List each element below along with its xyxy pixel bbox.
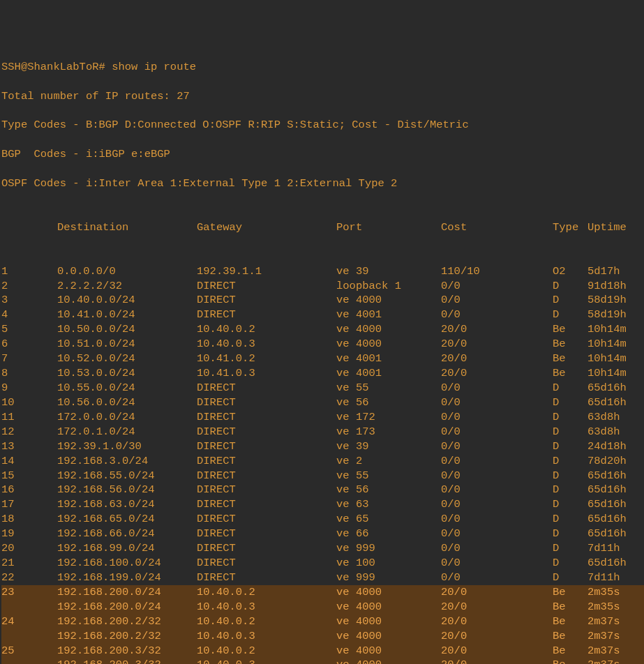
cell-port: ve 63 bbox=[336, 497, 441, 512]
col-gateway: Gateway bbox=[197, 220, 336, 235]
route-total: Total number of IP routes: 27 bbox=[1, 89, 644, 104]
ospf-codes: OSPF Codes - i:Inter Area 1:External Typ… bbox=[1, 176, 644, 191]
cell-index bbox=[1, 629, 57, 644]
cell-cost: 20/0 bbox=[441, 658, 553, 664]
route-row: 24192.168.200.2/3210.40.0.2ve 400020/0Be… bbox=[1, 614, 644, 629]
cell-destination: 0.0.0.0/0 bbox=[57, 264, 197, 279]
cell-gateway: DIRECT bbox=[197, 497, 336, 512]
cell-type: Be bbox=[553, 366, 587, 381]
cell-destination: 192.168.199.0/24 bbox=[57, 571, 197, 585]
cell-cost: 0/0 bbox=[441, 454, 553, 469]
cell-index: 19 bbox=[1, 527, 57, 541]
cell-index: 1 bbox=[1, 264, 57, 279]
cell-uptime: 10h14m bbox=[587, 337, 644, 352]
route-row: 192.168.200.0/2410.40.0.3ve 400020/0Be2m… bbox=[1, 600, 644, 614]
type-codes: Type Codes - B:BGP D:Connected O:OSPF R:… bbox=[1, 118, 644, 133]
cell-uptime: 10h14m bbox=[587, 366, 644, 381]
cell-destination: 2.2.2.2/32 bbox=[57, 279, 197, 294]
cell-type: Be bbox=[553, 322, 587, 337]
cell-type: D bbox=[553, 527, 587, 541]
cell-index: 18 bbox=[1, 512, 57, 527]
cell-index: 24 bbox=[1, 614, 57, 629]
cell-type: D bbox=[553, 308, 587, 322]
route-row: 15192.168.55.0/24DIRECTve 550/0D65d16h bbox=[1, 469, 644, 483]
cell-port: ve 4000 bbox=[336, 322, 441, 337]
cell-uptime: 5d17h bbox=[587, 264, 644, 279]
route-row: 22.2.2.2/32DIRECTloopback 10/0D91d18h bbox=[1, 279, 644, 294]
cell-type: D bbox=[553, 483, 587, 497]
cell-type: Be bbox=[553, 600, 587, 614]
cell-type: D bbox=[553, 279, 587, 294]
cell-port: ve 4000 bbox=[336, 337, 441, 352]
route-row: 1010.56.0.0/24DIRECTve 560/0D65d16h bbox=[1, 395, 644, 410]
route-row: 14192.168.3.0/24DIRECTve 20/0D78d20h bbox=[1, 454, 644, 469]
cell-type: D bbox=[553, 571, 587, 585]
cell-destination: 10.40.0.0/24 bbox=[57, 293, 197, 308]
cell-uptime: 2m37s bbox=[587, 629, 644, 644]
cell-uptime: 2m37s bbox=[587, 658, 644, 664]
cell-cost: 0/0 bbox=[441, 425, 553, 439]
cell-gateway: DIRECT bbox=[197, 308, 336, 322]
cell-type: Be bbox=[553, 644, 587, 658]
cell-gateway: DIRECT bbox=[197, 410, 336, 425]
col-port: Port bbox=[336, 220, 441, 235]
cell-port: loopback 1 bbox=[336, 279, 441, 294]
cell-destination: 10.50.0.0/24 bbox=[57, 322, 197, 337]
cell-gateway: 10.41.0.2 bbox=[197, 352, 336, 366]
cell-port: ve 2 bbox=[336, 454, 441, 469]
cell-port: ve 55 bbox=[336, 381, 441, 395]
cell-gateway: 10.40.0.2 bbox=[197, 322, 336, 337]
cell-uptime: 58d19h bbox=[587, 308, 644, 322]
cell-cost: 20/0 bbox=[441, 352, 553, 366]
cell-destination: 192.168.65.0/24 bbox=[57, 512, 197, 527]
cell-destination: 10.51.0.0/24 bbox=[57, 337, 197, 352]
route-row: 13192.39.1.0/30DIRECTve 390/0D24d18h bbox=[1, 439, 644, 454]
cell-gateway: DIRECT bbox=[197, 425, 336, 439]
cell-cost: 20/0 bbox=[441, 585, 553, 600]
cell-index: 10 bbox=[1, 395, 57, 410]
cell-uptime: 65d16h bbox=[587, 395, 644, 410]
cell-uptime: 2m35s bbox=[587, 600, 644, 614]
cell-destination: 10.56.0.0/24 bbox=[57, 395, 197, 410]
cell-uptime: 65d16h bbox=[587, 469, 644, 483]
route-table-body: 10.0.0.0/0192.39.1.1ve 39110/10O25d17h22… bbox=[1, 264, 644, 664]
cell-destination: 192.168.100.0/24 bbox=[57, 556, 197, 571]
cell-type: D bbox=[553, 381, 587, 395]
route-row: 710.52.0.0/2410.41.0.2ve 400120/0Be10h14… bbox=[1, 352, 644, 366]
cell-uptime: 58d19h bbox=[587, 293, 644, 308]
cell-port: ve 39 bbox=[336, 439, 441, 454]
route-row: 410.41.0.0/24DIRECTve 40010/0D58d19h bbox=[1, 308, 644, 322]
cell-destination: 192.168.200.0/24 bbox=[57, 600, 197, 614]
cell-type: D bbox=[553, 425, 587, 439]
cell-port: ve 4000 bbox=[336, 658, 441, 664]
route-row: 22192.168.199.0/24DIRECTve 9990/0D7d11h bbox=[1, 571, 644, 585]
cell-uptime: 2m37s bbox=[587, 644, 644, 658]
cell-index: 12 bbox=[1, 425, 57, 439]
cell-type: Be bbox=[553, 352, 587, 366]
cell-type: Be bbox=[553, 337, 587, 352]
cell-type: D bbox=[553, 395, 587, 410]
cell-gateway: 10.40.0.3 bbox=[197, 337, 336, 352]
cell-port: ve 999 bbox=[336, 571, 441, 585]
cell-gateway: DIRECT bbox=[197, 469, 336, 483]
cell-port: ve 100 bbox=[336, 556, 441, 571]
route-row: 23192.168.200.0/2410.40.0.2ve 400020/0Be… bbox=[1, 585, 644, 600]
cell-type: D bbox=[553, 556, 587, 571]
cell-cost: 0/0 bbox=[441, 308, 553, 322]
cell-port: ve 56 bbox=[336, 483, 441, 497]
route-row: 510.50.0.0/2410.40.0.2ve 400020/0Be10h14… bbox=[1, 322, 644, 337]
cell-cost: 20/0 bbox=[441, 614, 553, 629]
cell-uptime: 10h14m bbox=[587, 352, 644, 366]
cell-gateway: 10.40.0.2 bbox=[197, 614, 336, 629]
cell-cost: 0/0 bbox=[441, 541, 553, 556]
cell-uptime: 65d16h bbox=[587, 497, 644, 512]
cell-cost: 20/0 bbox=[441, 600, 553, 614]
cell-index: 15 bbox=[1, 469, 57, 483]
cell-cost: 20/0 bbox=[441, 322, 553, 337]
cell-destination: 172.0.0.0/24 bbox=[57, 410, 197, 425]
cell-gateway: DIRECT bbox=[197, 279, 336, 294]
cell-destination: 192.168.63.0/24 bbox=[57, 497, 197, 512]
cell-gateway: DIRECT bbox=[197, 439, 336, 454]
cell-port: ve 66 bbox=[336, 527, 441, 541]
cell-uptime: 24d18h bbox=[587, 439, 644, 454]
